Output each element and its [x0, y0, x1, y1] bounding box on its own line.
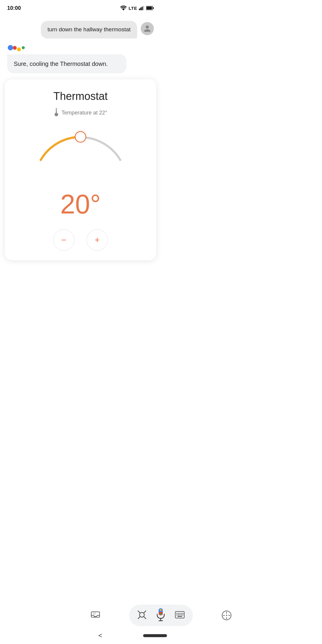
dial-svg [30, 123, 131, 189]
svg-rect-1 [140, 7, 142, 10]
svg-rect-3 [143, 6, 144, 10]
thermostat-dial [30, 123, 131, 189]
status-bar: 10:00 LTE [0, 0, 161, 15]
dot-red [13, 46, 17, 50]
svg-rect-6 [147, 7, 152, 10]
google-dots [8, 44, 25, 51]
status-time: 10:00 [7, 5, 21, 11]
control-buttons: − + [53, 229, 108, 251]
wifi-icon [120, 5, 127, 11]
assistant-bubble: Sure, cooling the Thermostat down. [7, 54, 126, 73]
chat-area: turn down the hallway thermostat Sure, c… [0, 15, 161, 79]
increase-icon: + [95, 235, 100, 245]
thermometer-icon [54, 108, 59, 118]
lte-icon: LTE [129, 6, 137, 11]
svg-rect-2 [142, 7, 143, 10]
thermostat-title: Thermostat [53, 90, 108, 103]
dot-blue [8, 45, 13, 50]
dial-handle[interactable] [75, 131, 86, 142]
user-bubble: turn down the hallway thermostat [41, 21, 137, 38]
dot-green [22, 46, 25, 49]
signal-icon [139, 6, 144, 10]
svg-rect-10 [56, 110, 57, 114]
temperature-label-text: Temperature at 22° [61, 110, 107, 116]
google-assistant-logo [8, 44, 154, 51]
increase-button[interactable]: + [86, 229, 108, 251]
decrease-button[interactable]: − [53, 229, 75, 251]
person-icon [143, 25, 151, 32]
temperature-label-row: Temperature at 22° [54, 108, 107, 118]
svg-rect-5 [153, 7, 154, 9]
thermostat-card: Thermostat Temperature at 22° [5, 79, 156, 260]
dot-yellow [17, 47, 21, 51]
user-message-row: turn down the hallway thermostat [7, 21, 154, 38]
assistant-message-row: Sure, cooling the Thermostat down. [7, 44, 154, 73]
battery-icon [146, 6, 154, 10]
temperature-display: 20° [60, 189, 101, 220]
user-avatar [141, 22, 154, 35]
status-icons: LTE [120, 5, 154, 11]
decrease-icon: − [61, 235, 66, 245]
svg-rect-0 [139, 9, 140, 10]
